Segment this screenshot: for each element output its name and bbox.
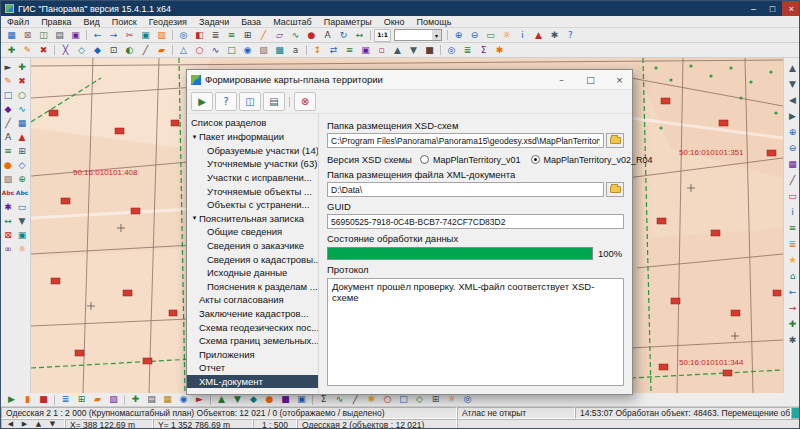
xml-folder-input[interactable] — [327, 182, 604, 197]
section-item[interactable]: Заключение кадастров... — [187, 307, 318, 321]
save-xml-icon[interactable]: ◫ — [239, 92, 261, 111]
legend-tool-icon[interactable]: ≡ — [1, 144, 15, 158]
xml-browse-button[interactable] — [606, 182, 624, 197]
down-tool-icon[interactable]: ▼ — [15, 214, 29, 228]
abc-label-icon-2[interactable]: Abc — [15, 186, 29, 200]
section-item[interactable]: Схема геодезических пос... — [187, 320, 318, 334]
close-map-icon[interactable]: ⊠ — [20, 29, 35, 41]
edit-object-icon[interactable]: ✎ — [20, 44, 35, 56]
radio-v01-label[interactable]: MapPlanTerritory_v01 — [433, 155, 521, 165]
execute-icon[interactable]: ▶ — [191, 92, 213, 111]
dialog-close-button[interactable]: × — [607, 70, 632, 89]
circle-icon[interactable]: ○ — [380, 394, 395, 406]
down-icon[interactable]: ▼ — [230, 394, 245, 406]
save-icon[interactable]: ◫ — [36, 29, 51, 41]
label-icon[interactable]: a — [288, 44, 303, 56]
help-icon[interactable]: ? — [563, 29, 578, 41]
nav-down-icon[interactable]: ▼ — [46, 420, 59, 429]
close-button[interactable]: × — [782, 1, 800, 16]
dialog-minimize-button[interactable]: – — [549, 70, 574, 89]
menu-item[interactable]: Файл — [1, 16, 35, 27]
copy-icon[interactable]: ▣ — [138, 29, 153, 41]
north-arrow-icon[interactable]: ▲ — [531, 29, 546, 41]
text-tool-icon[interactable]: A — [1, 130, 15, 144]
section-item[interactable]: Уточняемые объекты ... — [187, 184, 318, 198]
layers-icon[interactable]: ≣ — [208, 29, 223, 41]
radio-v02-label[interactable]: MapPlanTerritory_v02_R04 — [544, 155, 653, 165]
merge-icon[interactable]: ◇ — [74, 44, 89, 56]
area-icon[interactable]: ▰ — [154, 44, 169, 56]
chevron-down-icon[interactable]: ▾ — [432, 30, 441, 40]
rect-tool-icon[interactable]: □ — [1, 88, 15, 102]
section-item[interactable]: Пояснения к разделам ... — [187, 280, 318, 294]
edit-tool-icon[interactable]: ✎ — [1, 74, 15, 88]
status-doc-tab[interactable]: Одесская 2 (объектов : 12 021) — [297, 419, 457, 429]
settings-icon[interactable]: ✱ — [547, 29, 562, 41]
object-list-icon[interactable]: ≣ — [460, 44, 475, 56]
print-icon[interactable]: ▤ — [52, 29, 67, 41]
status-scale[interactable]: 1 : 500 — [253, 419, 297, 429]
open-map-icon[interactable]: ▦ — [4, 29, 19, 41]
pause-icon[interactable]: ▮ — [20, 394, 35, 406]
abc-label-icon[interactable]: Abc — [1, 186, 15, 200]
curve-icon[interactable]: ∿ — [208, 44, 223, 56]
guid-input[interactable] — [327, 214, 624, 229]
settings-icon[interactable]: ✱ — [785, 332, 800, 348]
zoom-out-icon[interactable]: ⊖ — [467, 29, 482, 41]
move-icon[interactable]: ↔ — [352, 29, 367, 41]
box-icon[interactable]: □ — [396, 394, 411, 406]
select-icon[interactable]: ◧ — [192, 29, 207, 41]
circle-tool-icon[interactable]: ○ — [15, 88, 29, 102]
node-icon[interactable]: ○ — [192, 44, 207, 56]
slash-icon[interactable]: ╱ — [348, 394, 363, 406]
info-icon[interactable]: i — [785, 204, 800, 220]
minimize-button[interactable]: – — [744, 1, 763, 16]
split-icon[interactable]: ╳ — [58, 44, 73, 56]
scale-combo[interactable]: ▾ — [394, 29, 442, 41]
target-icon[interactable]: ◎ — [460, 394, 475, 406]
pan-right-icon[interactable]: ▶ — [785, 108, 800, 124]
actual-size-button[interactable]: 1:1 — [374, 29, 391, 42]
zoom-in-icon[interactable]: ⊕ — [451, 29, 466, 41]
section-item[interactable]: Участки с исправлени... — [187, 171, 318, 185]
delete-tool-icon[interactable]: ✖ — [15, 74, 29, 88]
protocol-textarea[interactable]: Документ прошёл проверку. XML-файл соотв… — [327, 278, 624, 386]
xsd-browse-button[interactable] — [606, 133, 624, 148]
collapse-icon[interactable]: ▾ — [190, 214, 199, 222]
section-item[interactable]: Акты согласования — [187, 293, 318, 307]
map-tool-icon[interactable]: ▦ — [15, 116, 29, 130]
group-icon[interactable]: ▣ — [358, 44, 373, 56]
zoom-out-icon[interactable]: ⊖ — [785, 140, 800, 156]
sum-icon[interactable]: Σ — [316, 394, 331, 406]
calc-icon[interactable]: Σ — [476, 44, 491, 56]
maximize-button[interactable]: □ — [763, 1, 782, 16]
grid-tool-icon[interactable]: ⊞ — [15, 144, 29, 158]
help-icon[interactable]: ? — [215, 92, 237, 111]
menu-item[interactable]: Вид — [78, 16, 106, 27]
mirror-icon[interactable]: ⇄ — [326, 44, 341, 56]
folder-tool-icon[interactable]: ▦ — [160, 394, 175, 406]
section-item[interactable]: Сведения о заказчике — [187, 239, 318, 253]
circle-icon[interactable]: ◉ — [240, 44, 255, 56]
full-map-icon[interactable]: ▦ — [785, 156, 800, 172]
hatch-icon[interactable]: ▨ — [256, 44, 271, 56]
raise-icon[interactable]: ▲ — [390, 44, 405, 56]
menu-item[interactable]: Масштаб — [267, 16, 318, 27]
xsd-folder-input[interactable] — [327, 133, 604, 148]
cut-icon[interactable]: ✂ — [122, 29, 137, 41]
pan-left-icon[interactable]: ◀ — [785, 92, 800, 108]
menu-item[interactable]: Параметры — [318, 16, 378, 27]
print-icon[interactable]: ▤ — [263, 92, 285, 111]
collapse-icon[interactable]: ▾ — [190, 133, 199, 141]
sun-icon[interactable]: ☼ — [444, 394, 459, 406]
grid-icon[interactable]: ⊞ — [240, 29, 255, 41]
text-icon[interactable]: A — [320, 29, 335, 41]
frame-icon[interactable]: ▭ — [785, 188, 800, 204]
section-item[interactable]: Приложения — [187, 348, 318, 362]
legend-icon[interactable]: ≡ — [785, 220, 800, 236]
plus-icon[interactable]: ✚ — [128, 394, 143, 406]
zoom-tool-icon[interactable]: ⊕ — [15, 172, 29, 186]
north-tool-icon[interactable]: ▲ — [15, 130, 29, 144]
rect-icon[interactable]: □ — [224, 44, 239, 56]
nav-right-icon[interactable]: ▶ — [18, 420, 31, 429]
